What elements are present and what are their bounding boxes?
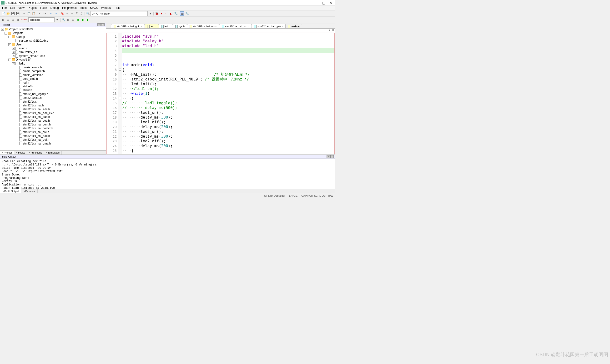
tree-file[interactable]: stdint.h [1,88,106,92]
expand-icon[interactable]: - [12,62,15,65]
batch-icon[interactable]: ⊞ [15,18,20,22]
menu-help[interactable]: Help [115,6,120,10]
copy-icon[interactable]: 📋 [27,12,31,16]
open-icon[interactable]: 📂 [6,12,10,16]
expand-icon[interactable]: - [8,36,11,38]
code-line[interactable]: ········delay_ms(300); [122,115,334,120]
tree-file[interactable]: stm32f1xx_hal_cortex.h [1,126,106,130]
file-tab[interactable]: led.h [159,24,173,28]
tree-file[interactable]: +system_stm32f1xx.c [1,54,106,58]
menu-svcs[interactable]: SVCS [90,6,98,10]
diamond-icon[interactable]: ◆ [80,18,85,22]
comment-icon[interactable]: // [75,12,79,16]
indent-icon[interactable]: ≡ [65,12,69,16]
close-button[interactable]: ✕ [329,1,332,5]
code-line[interactable]: ········led2_on(); [122,129,334,134]
tree-file[interactable]: startup_stm32f101xb.s [1,39,106,43]
expand-icon[interactable]: - [1,28,4,31]
diamond-icon[interactable]: ◆ [85,18,90,22]
code-line[interactable]: ····while(1) [122,91,334,96]
cut-icon[interactable]: ✂ [22,12,26,16]
rebuild-icon[interactable]: ⊞ [11,18,15,22]
code-line[interactable]: ····HAL_Init(); /* 初始化HAL库 */ [122,72,334,77]
manage-icon[interactable]: ⊞ [66,18,70,22]
panel-close-icon[interactable]: × [101,23,105,26]
code-content[interactable]: #include "sys.h"#include "delay.h"#inclu… [122,33,334,154]
project-tree[interactable]: -📁Project: stm32f103-Template-Startupsta… [0,27,106,150]
panel-tab-templates[interactable]: ▫Templates [44,151,62,155]
code-line[interactable] [122,53,334,58]
menu-tools[interactable]: Tools [80,6,87,10]
panel-tab-functions[interactable]: ▫Functions [27,151,44,155]
code-line[interactable]: } [122,153,334,154]
diamond-icon[interactable]: ◆ [76,18,80,22]
packs-icon[interactable]: ⊞ [71,18,75,22]
tree-file[interactable]: stm32f1xx_hal_crc.h [1,130,106,134]
options-icon[interactable]: 🔧 [61,18,66,22]
file-tab[interactable]: stm32f1xx_hal_gpio.h [252,24,286,28]
expand-icon[interactable]: - [4,32,7,35]
fold-gutter[interactable]: -- [118,33,122,154]
file-tab[interactable]: stm32f1xx_hal_gpio.c [111,24,145,28]
code-line[interactable]: ········delay_ms(200); [122,143,334,148]
split-icon[interactable]: ▾ [329,28,330,32]
code-line[interactable]: ····{ [122,96,334,101]
tree-file[interactable]: stddef.h [1,85,106,88]
tree-folder[interactable]: -Template [1,31,106,35]
config-icon[interactable]: 🔧 [185,12,189,16]
stop-icon[interactable]: ◐ [169,12,173,16]
menu-view[interactable]: View [18,6,25,10]
code-line[interactable]: { [122,67,334,72]
panel-pin-icon[interactable]: ▫ [97,23,101,26]
code-line[interactable] [122,48,334,53]
build-output-text[interactable]: FromELF: creating hex file... "..\..\Out… [0,159,335,189]
find-icon[interactable]: 🔍 [86,12,90,16]
menu-peripherals[interactable]: Peripherals [62,6,77,10]
tree-file[interactable]: stm32f1xx_hal_conf.h [1,123,106,126]
tree-file[interactable]: +stm32f1xx_it.c [1,50,106,54]
outdent-icon[interactable]: ≡ [70,12,74,16]
tree-file[interactable]: stm32f1xx_hal_can.h [1,115,106,119]
tree-file[interactable]: +main.c [1,46,106,50]
code-editor[interactable]: 1234567891011121314151617181920212223242… [106,33,335,154]
code-line[interactable]: #include "sys.h" [122,34,334,39]
project-root-label[interactable]: Project: stm32f103 [9,28,33,31]
file-tab[interactable]: stm32f1xx_hal_rcc.c [187,24,219,28]
expand-icon[interactable]: - [8,43,11,46]
build-tab-build-output[interactable]: ▫Build Output [0,189,21,193]
undo-icon[interactable]: ↶ [38,12,42,16]
tree-file[interactable]: led.h [1,81,106,85]
save-all-icon[interactable]: 💾 [15,12,20,16]
expand-icon[interactable]: - [8,59,11,61]
panel-pin-icon[interactable]: ▫ [327,155,330,158]
debug-icon[interactable]: 🐞 [155,12,159,16]
tree-folder[interactable]: -User [1,43,106,46]
code-line[interactable]: int main(void) [122,63,334,67]
expand-icon[interactable]: + [12,55,15,57]
menu-flash[interactable]: Flash [40,6,47,10]
tree-file[interactable]: stm32f1xx_hal_adc.h [1,107,106,111]
menu-file[interactable]: File [2,6,7,10]
minimize-button[interactable]: — [314,1,318,5]
tree-file[interactable]: stm32f1xx_hal_def.h [1,138,106,142]
fold-icon[interactable]: - [119,69,121,71]
code-line[interactable]: ········delay_ms(300); [122,134,334,139]
tree-file[interactable]: stm32f103xb.h [1,96,106,100]
file-tab[interactable]: main.c [285,24,302,28]
tree-file[interactable]: -led.c [1,62,106,65]
tree-file[interactable]: stm32f1xx_hal_dma.h [1,142,106,145]
build-tab-browser[interactable]: ▫Browser [21,189,37,193]
build-icon[interactable]: ⊞ [6,18,10,22]
translate-icon[interactable]: ⊞ [1,18,5,22]
tree-file[interactable]: cmsis_armcc.h [1,65,106,69]
forward-icon[interactable]: → [54,12,58,16]
tree-file[interactable]: stm32f1xx_hal_cec.h [1,119,106,123]
tree-file[interactable]: cmsis_compiler.h [1,69,106,73]
expand-icon[interactable]: + [12,51,15,53]
code-line[interactable]: ····//led1_on(); [122,86,334,91]
load-icon[interactable]: LOAD [22,18,26,22]
target-combo[interactable]: Template [28,17,54,22]
code-line[interactable]: ····led_init(); [122,82,334,86]
tree-folder[interactable]: -Drivers/BSP [1,58,106,62]
tree-file[interactable]: cmsis_version.h [1,73,106,77]
